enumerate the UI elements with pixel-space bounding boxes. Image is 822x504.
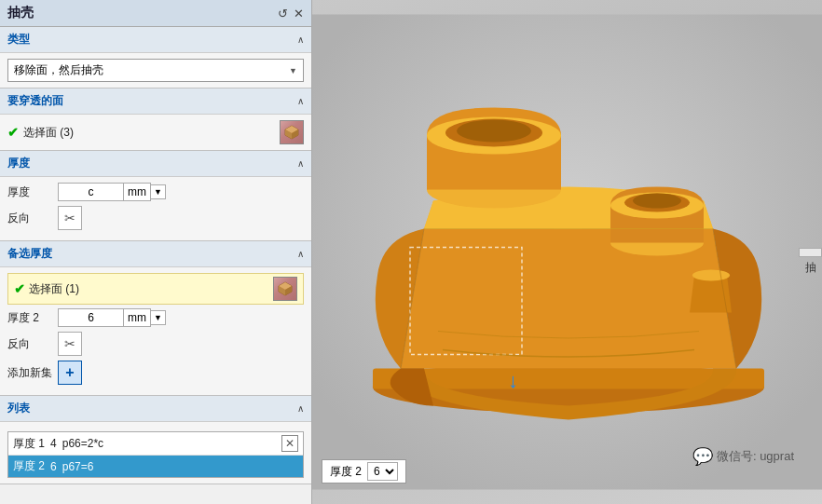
model-thickness-text: 厚度 2 xyxy=(330,464,362,480)
section-faces-content: ✔ 选择面 (3) xyxy=(0,115,311,150)
alt-face-cube-btn[interactable] xyxy=(273,277,297,301)
alt-thickness2-unit: mm xyxy=(123,308,151,327)
face-selected-label: 选择面 (3) xyxy=(23,125,74,141)
section-thickness-header[interactable]: 厚度 ∧ xyxy=(0,151,311,177)
section-thickness-title: 厚度 xyxy=(7,156,30,171)
alt-thickness2-label: 厚度 2 xyxy=(7,310,54,326)
section-table-content: 厚度 1 4 p66=2*c ✕ 厚度 2 6 p67=6 xyxy=(0,422,311,484)
type-dropdown-arrow: ▼ xyxy=(289,66,297,75)
close-icon[interactable]: ✕ xyxy=(294,7,304,20)
add-set-icon: + xyxy=(65,364,74,381)
alt-face-check-icon: ✔ xyxy=(14,281,25,296)
reverse-icon: ✂ xyxy=(64,211,75,225)
thickness-reverse-btn[interactable]: ✂ xyxy=(58,206,82,230)
alt-reverse-label: 反向 xyxy=(7,336,54,352)
thickness-unit-label: mm xyxy=(123,183,151,201)
section-table-header[interactable]: 列表 ∧ xyxy=(0,396,311,422)
alt-thickness2-unit-row: mm ▼ xyxy=(58,308,166,327)
svg-point-18 xyxy=(633,194,681,209)
alt-reverse-btn[interactable]: ✂ xyxy=(58,332,82,356)
add-set-btn[interactable]: + xyxy=(58,361,82,385)
thickness-reverse-row: 反向 ✂ xyxy=(7,206,304,230)
section-thickness: 厚度 ∧ 厚度 mm ▼ 反向 ✂ xyxy=(0,151,311,241)
table-row[interactable]: 厚度 1 4 p66=2*c ✕ xyxy=(8,432,303,456)
section-faces-header[interactable]: 要穿透的面 ∧ xyxy=(0,89,311,115)
thickness-reverse-label: 反向 xyxy=(7,211,54,226)
section-type-header[interactable]: 类型 ∧ xyxy=(0,27,311,53)
table-row1-col1: 厚度 1 xyxy=(13,436,45,452)
face-select-left: ✔ 选择面 (3) xyxy=(7,125,74,141)
section-type-title: 类型 xyxy=(7,32,30,48)
type-dropdown-btn[interactable]: 移除面，然后抽壳 ▼ xyxy=(7,59,304,82)
face-check-icon: ✔ xyxy=(7,125,19,140)
section-alt-thickness-content: ✔ 选择面 (1) 厚度 2 xyxy=(0,267,311,395)
model-thickness-label: 厚度 2 6 xyxy=(322,459,406,484)
reset-icon[interactable]: ↺ xyxy=(278,7,288,20)
table-row1-col3: p66=2*c xyxy=(62,437,103,450)
section-table-arrow: ∧ xyxy=(297,403,304,414)
table-row2-col1: 厚度 2 xyxy=(13,458,45,474)
left-panel: 抽壳 ↺ ✕ 类型 ∧ 移除面，然后抽壳 ▼ xyxy=(0,0,312,504)
table-list: 厚度 1 4 p66=2*c ✕ 厚度 2 6 p67=6 xyxy=(7,431,304,478)
panel-title-icons: ↺ ✕ xyxy=(278,7,304,20)
section-alt-thickness-header[interactable]: 备选厚度 ∧ xyxy=(0,241,311,267)
section-alt-thickness-title: 备选厚度 xyxy=(7,246,52,262)
panel-body: 类型 ∧ 移除面，然后抽壳 ▼ 要穿透的面 ∧ xyxy=(0,27,311,504)
wechat-icon: 💬 xyxy=(692,446,713,467)
add-set-label: 添加新集 xyxy=(7,365,54,381)
thickness-input-row: 厚度 mm ▼ xyxy=(7,183,304,201)
thickness-unit-row: mm ▼ xyxy=(58,183,166,201)
section-alt-thickness-arrow: ∧ xyxy=(297,249,304,259)
face-cube-icon-btn[interactable] xyxy=(280,120,304,144)
section-table-title: 列表 xyxy=(7,401,30,416)
cube-icon xyxy=(284,125,299,140)
section-faces: 要穿透的面 ∧ ✔ 选择面 (3) xyxy=(0,89,311,151)
table-row1-col2: 4 xyxy=(50,437,57,450)
section-type-content: 移除面，然后抽壳 ▼ xyxy=(0,53,311,88)
thickness-value-input[interactable] xyxy=(58,183,123,201)
watermark: 💬 微信号: ugprat xyxy=(692,446,794,467)
section-alt-thickness: 备选厚度 ∧ ✔ 选择面 (1) xyxy=(0,241,311,396)
model-3d-svg: ↓ xyxy=(312,0,822,504)
section-thickness-arrow: ∧ xyxy=(297,158,304,169)
alt-face-selected-label: 选择面 (1) xyxy=(29,281,79,297)
svg-point-14 xyxy=(457,120,531,143)
add-set-row: 添加新集 + xyxy=(7,361,304,385)
alt-thickness2-unit-arrow[interactable]: ▼ xyxy=(151,310,166,325)
alt-face-selected-row: ✔ 选择面 (1) xyxy=(7,273,304,305)
svg-point-19 xyxy=(692,270,730,281)
type-dropdown-row: 移除面，然后抽壳 ▼ xyxy=(7,59,304,82)
section-faces-title: 要穿透的面 xyxy=(7,93,63,109)
alt-reverse-icon: ✂ xyxy=(64,336,75,351)
section-type-arrow: ∧ xyxy=(297,34,304,45)
section-table: 列表 ∧ 厚度 1 4 p66=2*c ✕ 厚度 2 6 xyxy=(0,396,311,484)
thickness-unit-arrow[interactable]: ▼ xyxy=(151,184,166,199)
table-row[interactable]: 厚度 2 6 p67=6 xyxy=(8,456,303,477)
right-view: ↓ 抽 厚度 2 6 💬 微信号: ugprat xyxy=(312,0,822,504)
panel-title-bar: 抽壳 ↺ ✕ xyxy=(0,0,311,27)
section-thickness-content: 厚度 mm ▼ 反向 ✂ xyxy=(0,177,311,240)
right-side-stub: 抽 xyxy=(799,248,822,257)
section-type: 类型 ∧ 移除面，然后抽壳 ▼ xyxy=(0,27,311,89)
blue-arrow-indicator: ↓ xyxy=(508,369,518,392)
panel-title: 抽壳 xyxy=(7,5,34,21)
type-dropdown-value: 移除面，然后抽壳 xyxy=(14,62,103,78)
alt-thickness2-row: 厚度 2 mm ▼ xyxy=(7,308,304,327)
alt-reverse-row: 反向 ✂ xyxy=(7,332,304,356)
alt-thickness2-input[interactable] xyxy=(58,308,123,327)
table-row2-col3: p67=6 xyxy=(62,460,94,473)
section-faces-arrow: ∧ xyxy=(297,96,304,106)
watermark-label: 微信号: ugprat xyxy=(717,448,794,465)
watermark-wechat-row: 💬 微信号: ugprat xyxy=(692,446,794,467)
table-row2-col2: 6 xyxy=(50,460,57,473)
model-thickness-dropdown[interactable]: 6 xyxy=(367,462,398,481)
table-row1-delete-btn[interactable]: ✕ xyxy=(281,435,298,452)
alt-cube-icon xyxy=(278,281,293,296)
face-select-row: ✔ 选择面 (3) xyxy=(7,120,304,144)
thickness-field-label: 厚度 xyxy=(7,184,54,200)
alt-face-selected-left: ✔ 选择面 (1) xyxy=(14,281,79,297)
